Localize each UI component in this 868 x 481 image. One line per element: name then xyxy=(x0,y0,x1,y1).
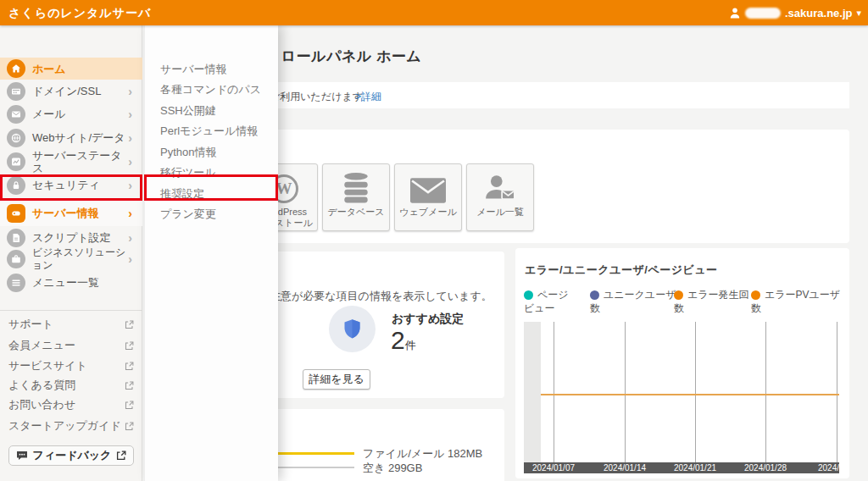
disk-used-label: ファイル/メール 182MB xyxy=(363,446,482,462)
gridline xyxy=(695,322,696,462)
gridline xyxy=(554,322,554,462)
sidebar-item-website-data[interactable]: Webサイト/データ › xyxy=(0,126,142,149)
chevron-right-icon: › xyxy=(128,252,132,266)
gridline xyxy=(625,322,626,462)
sidebar-item-domain-ssl[interactable]: ドメイン/SSL › xyxy=(0,80,142,102)
sidebar-item-menu-list[interactable]: メニュー一覧 xyxy=(0,271,142,294)
legend-pageview: ページビュー xyxy=(524,288,573,315)
external-link-icon xyxy=(125,422,134,431)
external-link-icon xyxy=(116,451,126,461)
x-tick: 2024/01/28 xyxy=(744,463,787,473)
recommend-title: おすすめ設定 xyxy=(392,312,464,327)
chevron-right-icon: › xyxy=(128,131,132,145)
legend-dot-indigo xyxy=(590,290,599,300)
legend-dot-teal xyxy=(524,290,533,300)
tile-database[interactable]: データベース xyxy=(322,163,390,231)
see-details-button[interactable]: 詳細を見る xyxy=(303,369,370,390)
link-startup-guide[interactable]: スタートアップガイド xyxy=(8,416,134,436)
submenu-item-server-info[interactable]: サーバー情報 xyxy=(160,59,270,80)
sidebar-item-home[interactable]: ホーム xyxy=(0,58,142,80)
redacted-account-name xyxy=(745,8,781,19)
disk-free-label: 空き 299GB xyxy=(363,461,422,476)
submenu-item-command-paths[interactable]: 各種コマンドのパス xyxy=(160,80,270,100)
gridline xyxy=(765,322,766,462)
link-support[interactable]: サポート xyxy=(8,314,134,334)
x-tick: 2024/02/04 xyxy=(818,463,849,473)
link-service-site[interactable]: サービスサイト xyxy=(8,356,134,376)
chart-title: エラー/ユニークユーザ/ページビュー xyxy=(525,263,718,278)
website-data-icon xyxy=(7,129,25,147)
notice-text: ご利用いただけます xyxy=(270,90,363,104)
legend-error-count: エラー発生回数 xyxy=(674,288,750,315)
account-domain: .sakura.ne.jp xyxy=(785,7,852,19)
home-icon xyxy=(7,59,25,78)
external-link-icon xyxy=(125,401,134,410)
external-link-icon xyxy=(125,381,134,390)
recommend-count: 2件 xyxy=(391,326,416,355)
tile-mail-list[interactable]: メール一覧 xyxy=(466,163,534,231)
shield-icon xyxy=(329,306,376,352)
chart-flat-orange-series-line xyxy=(541,394,839,395)
sidebar-item-mail[interactable]: メール › xyxy=(0,102,142,125)
submenu-item-python-info[interactable]: Python情報 xyxy=(160,142,270,163)
sidebar-item-security[interactable]: セキュリティ › xyxy=(0,174,142,196)
sidebar-item-server-info[interactable]: サーバー情報 › xyxy=(0,200,142,226)
submenu-item-recommended-settings[interactable]: 推奨設定 xyxy=(160,184,270,204)
server-info-submenu: サーバー情報 各種コマンドのパス SSH公開鍵 Perlモジュール情報 Pyth… xyxy=(144,25,278,481)
control-panel-home: コントロールパネル ホーム ご利用いただけます >詳細 W WordPress … xyxy=(0,0,868,481)
feedback-button[interactable]: フィードバック xyxy=(8,445,134,466)
chevron-right-icon: › xyxy=(128,85,132,98)
chart-y-axis-strip xyxy=(524,322,541,462)
chevron-right-icon: › xyxy=(128,179,132,192)
x-tick: 2024/01/21 xyxy=(674,463,716,473)
external-link-icon xyxy=(125,320,134,329)
submenu-item-migration-tool[interactable]: 移行ツール xyxy=(160,163,270,183)
link-faq[interactable]: よくある質問 xyxy=(8,375,134,395)
user-icon xyxy=(729,7,741,19)
sidebar-divider xyxy=(0,310,142,311)
link-contact[interactable]: お問い合わせ xyxy=(8,395,134,415)
x-tick: 2024/01/07 xyxy=(532,463,575,473)
legend-error-pv-users: エラーPVユーザ数 xyxy=(751,288,841,315)
domain-ssl-icon xyxy=(7,82,25,101)
submenu-item-ssh-key[interactable]: SSH公開鍵 xyxy=(160,101,270,121)
server-status-icon xyxy=(7,152,25,171)
server-info-icon xyxy=(7,204,25,223)
gridline xyxy=(837,322,837,462)
link-member-menu[interactable]: 会員メニュー xyxy=(8,335,134,356)
legend-dot-orange2 xyxy=(751,290,760,300)
chevron-down-icon: ▾ xyxy=(856,8,861,19)
chevron-right-icon: › xyxy=(128,207,132,220)
notice-detail-link[interactable]: >詳細 xyxy=(355,90,381,104)
submenu-item-plan-change[interactable]: プラン変更 xyxy=(160,204,270,224)
brand-title: さくらのレンタルサーバ xyxy=(8,6,151,21)
menu-list-icon xyxy=(7,274,25,292)
database-icon xyxy=(340,164,372,203)
webmail-icon xyxy=(410,164,446,203)
legend-dot-orange xyxy=(674,290,683,300)
speech-bubble-icon xyxy=(16,451,28,461)
business-solution-icon xyxy=(7,250,25,268)
chevron-right-icon: › xyxy=(128,155,132,169)
external-link-icon xyxy=(125,362,134,371)
tile-webmail[interactable]: ウェブメール xyxy=(394,163,462,231)
sidebar: ホーム ドメイン/SSL › メール › Webサイト/データ › xyxy=(0,25,142,481)
sidebar-item-server-status[interactable]: サーバーステータス › xyxy=(0,150,142,173)
x-tick: 2024/01/14 xyxy=(604,463,646,473)
traffic-chart-card: エラー/ユニークユーザ/ページビュー ページビュー ユニークユーザ数 エラー発生… xyxy=(515,248,849,478)
submenu-item-perl-modules[interactable]: Perlモジュール情報 xyxy=(160,121,270,141)
mail-icon xyxy=(7,105,25,124)
external-link-icon xyxy=(125,341,134,351)
recommend-message: 注意が必要な項目の情報を表示しています。 xyxy=(270,289,492,304)
account-menu[interactable]: .sakura.ne.jp ▾ xyxy=(729,0,861,25)
security-icon xyxy=(7,176,25,195)
mail-list-icon xyxy=(484,164,516,203)
legend-unique-users: ユニークユーザ数 xyxy=(590,288,676,315)
chevron-right-icon: › xyxy=(128,108,132,121)
topbar: さくらのレンタルサーバ .sakura.ne.jp ▾ xyxy=(0,0,868,25)
